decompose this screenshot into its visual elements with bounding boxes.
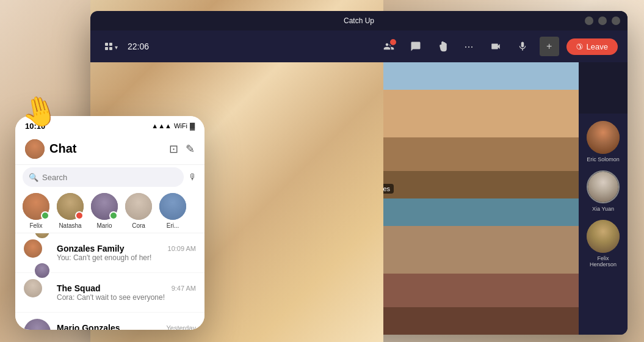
gonzales-family-preview: You: Can't get enough of her!	[57, 253, 196, 262]
felix-story-avatar	[23, 193, 49, 220]
squad-info: The Squad 9:47 AM Cora: Can't wait to se…	[57, 283, 196, 302]
story-cora[interactable]: Cora	[125, 193, 152, 229]
chat-list: Gonzales Family 10:09 AM You: Can't get …	[15, 233, 204, 330]
eric-name: Eric Solomon	[585, 156, 621, 163]
leave-button[interactable]: Leave	[566, 38, 618, 55]
search-input[interactable]	[42, 173, 178, 182]
felix-henderson-name: Felix Henderson	[585, 255, 621, 269]
search-input-wrapper: 🔍	[23, 167, 184, 187]
chat-header-icons: ⊡ ✎	[169, 142, 195, 156]
cora-story-avatar	[125, 193, 152, 220]
chat-item-mario-gonzales[interactable]: Mario Gonzales Yesterday Will pick up pi…	[15, 313, 204, 330]
search-bar: 🔍 🎙	[15, 165, 204, 189]
mario-story-name: Mario	[96, 222, 112, 229]
phone-overlay: 10:10 ▲▲▲ WiFi ▓ Chat ⊡ ✎ 🔍 🎙	[15, 116, 204, 330]
felix-story-name: Felix	[29, 222, 42, 229]
mario-gonzales-avatar	[24, 319, 51, 330]
edit-icon[interactable]: ✎	[186, 142, 195, 156]
window-title: Catch Up	[344, 16, 374, 25]
call-toolbar: 22:06 ··· + Leave	[90, 31, 628, 62]
squad-preview: Cora: Can't wait to see everyone!	[57, 293, 196, 302]
mario-gonzales-time: Yesterday	[166, 324, 196, 330]
video-button[interactable]	[486, 37, 505, 56]
squad-avatar	[24, 279, 51, 306]
user-avatar	[25, 139, 45, 159]
phone-status-icons: ▲▲▲ WiFi ▓	[151, 122, 195, 129]
battery-icon: ▓	[190, 122, 195, 129]
felix-henderson-avatar	[587, 220, 620, 253]
hand-button[interactable]	[433, 37, 452, 56]
mic-icon[interactable]: 🎙	[189, 172, 197, 182]
felix-status-dot	[41, 211, 49, 220]
minimize-button[interactable]: —	[585, 16, 593, 25]
view-grid-button[interactable]	[100, 40, 123, 54]
more-options-button[interactable]: ···	[460, 38, 479, 56]
maximize-button[interactable]: □	[598, 16, 607, 25]
chat-header: Chat ⊡ ✎	[15, 133, 204, 165]
natasha-status-dot	[75, 211, 84, 220]
toolbar-left: 22:06	[100, 40, 149, 54]
search-icon: 🔍	[29, 173, 38, 182]
chat-item-the-squad[interactable]: The Squad 9:47 AM Cora: Can't wait to se…	[15, 273, 204, 313]
gonzales-family-time: 10:09 AM	[168, 245, 196, 252]
grid-chevron	[115, 42, 118, 51]
eri-story-avatar	[159, 193, 186, 220]
participant-eric[interactable]: Eric Solomon	[585, 121, 621, 163]
side-panel: Eric Solomon Xia Yuan Felix Henderson	[579, 114, 628, 335]
gonzales-family-info: Gonzales Family 10:09 AM You: Can't get …	[57, 244, 196, 262]
squad-name: The Squad	[57, 283, 101, 293]
gonzales-family-name: Gonzales Family	[57, 244, 124, 253]
toolbar-right: ··· + Leave	[379, 37, 618, 56]
eri-story-name: Eri...	[167, 222, 179, 229]
squad-time: 9:47 AM	[172, 285, 196, 292]
xia-avatar	[587, 170, 620, 203]
call-time: 22:06	[128, 42, 149, 51]
eric-avatar	[587, 121, 620, 154]
mic-button[interactable]	[513, 37, 532, 56]
story-mario[interactable]: Mario	[91, 193, 118, 229]
mario-gonzales-avatar-wrapper	[24, 319, 51, 330]
participant-felix-henderson[interactable]: Felix Henderson	[585, 220, 621, 269]
gonzales-family-avatar	[24, 239, 51, 266]
natasha-story-avatar	[57, 193, 84, 220]
close-button[interactable]: ✕	[612, 16, 620, 25]
camera-icon[interactable]: ⊡	[169, 142, 178, 156]
story-felix[interactable]: Felix	[23, 193, 49, 229]
mario-story-avatar	[91, 193, 118, 220]
natasha-story-name: Natasha	[59, 222, 81, 229]
story-natasha[interactable]: Natasha	[57, 193, 84, 229]
mario-gonzales-chat-name: Mario Gonzales	[57, 323, 120, 330]
title-bar: Catch Up — □ ✕	[90, 11, 628, 31]
mario-gonzales-info: Mario Gonzales Yesterday Will pick up pi…	[57, 323, 196, 330]
participant-xia[interactable]: Xia Yuan	[585, 170, 621, 213]
window-controls: — □ ✕	[585, 16, 620, 25]
mario-status-dot	[109, 211, 118, 220]
wifi-icon: WiFi	[174, 122, 187, 129]
cora-story-name: Cora	[132, 222, 145, 229]
chat-title: Chat	[49, 142, 169, 156]
chat-button[interactable]	[406, 37, 425, 56]
add-participant-button[interactable]: +	[540, 37, 559, 56]
story-eri[interactable]: Eri...	[159, 193, 186, 229]
xia-name: Xia Yuan	[585, 206, 621, 213]
signal-icon: ▲▲▲	[151, 122, 172, 129]
participants-button[interactable]	[379, 37, 399, 56]
story-row: Felix Natasha Mario Cora E	[15, 189, 204, 233]
